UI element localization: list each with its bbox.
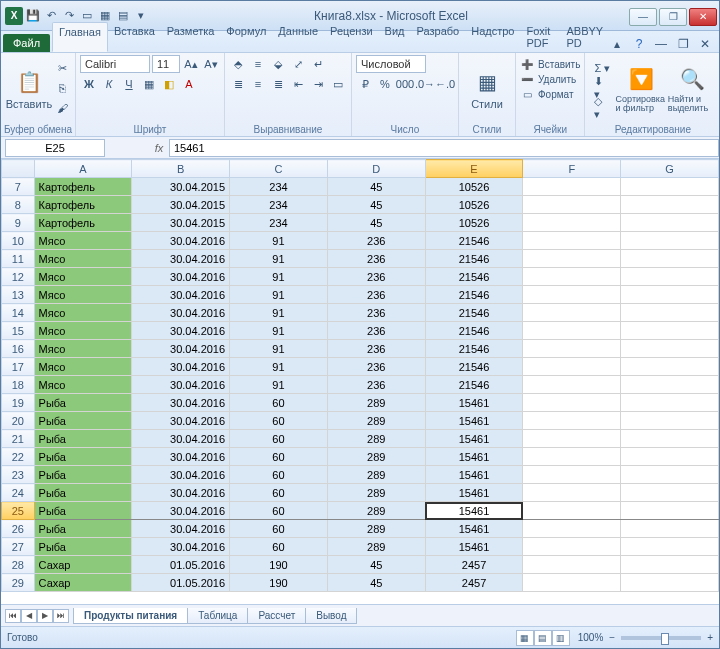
- row-header[interactable]: 21: [2, 430, 35, 448]
- cell[interactable]: 236: [327, 322, 425, 340]
- cell[interactable]: 15461: [425, 412, 523, 430]
- row-header[interactable]: 15: [2, 322, 35, 340]
- cell[interactable]: [523, 574, 621, 592]
- paste-button[interactable]: 📋 Вставить: [5, 55, 53, 122]
- cell[interactable]: [523, 394, 621, 412]
- cell[interactable]: [523, 322, 621, 340]
- doc-restore-icon[interactable]: ❐: [675, 36, 691, 52]
- row-header[interactable]: 28: [2, 556, 35, 574]
- view-break-icon[interactable]: ▥: [552, 630, 570, 646]
- cell[interactable]: 21546: [425, 250, 523, 268]
- cell[interactable]: 30.04.2016: [132, 286, 230, 304]
- cell[interactable]: 91: [230, 358, 328, 376]
- currency-icon[interactable]: ₽: [356, 75, 374, 93]
- fx-icon[interactable]: fx: [149, 142, 169, 154]
- minimize-ribbon-icon[interactable]: ▴: [609, 36, 625, 52]
- cell[interactable]: 289: [327, 466, 425, 484]
- sheet-first-icon[interactable]: ⏮: [5, 609, 21, 623]
- align-middle-icon[interactable]: ≡: [249, 55, 267, 73]
- file-tab[interactable]: Файл: [3, 34, 50, 52]
- cell[interactable]: 01.05.2016: [132, 556, 230, 574]
- cell[interactable]: Картофель: [34, 214, 132, 232]
- cell[interactable]: [523, 304, 621, 322]
- sheet-tab[interactable]: Продукты питания: [73, 608, 188, 624]
- sheet-tab[interactable]: Рассчет: [247, 608, 306, 624]
- cell[interactable]: 10526: [425, 214, 523, 232]
- cell[interactable]: [523, 556, 621, 574]
- cell[interactable]: 45: [327, 556, 425, 574]
- cell[interactable]: 15461: [425, 502, 523, 520]
- clear-icon[interactable]: ◇ ▾: [589, 99, 615, 117]
- cell[interactable]: [621, 286, 719, 304]
- cell[interactable]: 289: [327, 484, 425, 502]
- cell[interactable]: 190: [230, 556, 328, 574]
- cell[interactable]: 234: [230, 196, 328, 214]
- cell[interactable]: 30.04.2016: [132, 538, 230, 556]
- cell[interactable]: Мясо: [34, 268, 132, 286]
- ribbon-tab[interactable]: Разрабо: [411, 22, 466, 52]
- cell[interactable]: [621, 196, 719, 214]
- cell[interactable]: 30.04.2016: [132, 358, 230, 376]
- number-format-combo[interactable]: Числовой: [356, 55, 426, 73]
- cell[interactable]: 30.04.2016: [132, 484, 230, 502]
- cell[interactable]: 91: [230, 286, 328, 304]
- cell[interactable]: 289: [327, 394, 425, 412]
- cell[interactable]: 30.04.2015: [132, 214, 230, 232]
- cell[interactable]: 60: [230, 430, 328, 448]
- cell[interactable]: 60: [230, 502, 328, 520]
- cell[interactable]: 91: [230, 304, 328, 322]
- row-header[interactable]: 27: [2, 538, 35, 556]
- cell[interactable]: [523, 268, 621, 286]
- cell[interactable]: 15461: [425, 520, 523, 538]
- cell[interactable]: Картофель: [34, 196, 132, 214]
- cell[interactable]: Рыба: [34, 520, 132, 538]
- column-header[interactable]: D: [327, 160, 425, 178]
- cell[interactable]: [523, 250, 621, 268]
- cell[interactable]: 60: [230, 520, 328, 538]
- cell[interactable]: 60: [230, 484, 328, 502]
- ribbon-tab[interactable]: Рецензи: [324, 22, 379, 52]
- orientation-icon[interactable]: ⤢: [289, 55, 307, 73]
- grow-font-icon[interactable]: A▴: [182, 55, 200, 73]
- cell[interactable]: 30.04.2016: [132, 250, 230, 268]
- cell[interactable]: [523, 196, 621, 214]
- cell[interactable]: [621, 214, 719, 232]
- cell[interactable]: [621, 268, 719, 286]
- sheet-tab[interactable]: Вывод: [305, 608, 357, 624]
- format-button[interactable]: ▭Формат: [520, 87, 580, 101]
- cell[interactable]: 30.04.2016: [132, 376, 230, 394]
- cell[interactable]: [621, 466, 719, 484]
- row-header[interactable]: 23: [2, 466, 35, 484]
- cell[interactable]: [621, 250, 719, 268]
- row-header[interactable]: 29: [2, 574, 35, 592]
- cell[interactable]: 236: [327, 358, 425, 376]
- indent-dec-icon[interactable]: ⇤: [289, 75, 307, 93]
- doc-min-icon[interactable]: —: [653, 36, 669, 52]
- cell[interactable]: [523, 340, 621, 358]
- cell[interactable]: [523, 448, 621, 466]
- select-all-corner[interactable]: [2, 160, 35, 178]
- cell[interactable]: [523, 538, 621, 556]
- cell[interactable]: Сахар: [34, 556, 132, 574]
- row-header[interactable]: 16: [2, 340, 35, 358]
- cell[interactable]: Мясо: [34, 232, 132, 250]
- cell[interactable]: [523, 430, 621, 448]
- cell[interactable]: [621, 394, 719, 412]
- cell[interactable]: 91: [230, 232, 328, 250]
- ribbon-tab[interactable]: Данные: [272, 22, 324, 52]
- cell[interactable]: 236: [327, 268, 425, 286]
- ribbon-tab[interactable]: Вставка: [108, 22, 161, 52]
- copy-icon[interactable]: ⎘: [53, 79, 71, 97]
- cell[interactable]: Мясо: [34, 340, 132, 358]
- cell[interactable]: 60: [230, 538, 328, 556]
- zoom-out-button[interactable]: −: [609, 632, 615, 643]
- row-header[interactable]: 7: [2, 178, 35, 196]
- cell[interactable]: Рыба: [34, 502, 132, 520]
- column-header[interactable]: A: [34, 160, 132, 178]
- cell[interactable]: 30.04.2016: [132, 466, 230, 484]
- cell[interactable]: 30.04.2016: [132, 232, 230, 250]
- cell[interactable]: 289: [327, 520, 425, 538]
- row-header[interactable]: 11: [2, 250, 35, 268]
- cell[interactable]: Мясо: [34, 250, 132, 268]
- cell[interactable]: [621, 412, 719, 430]
